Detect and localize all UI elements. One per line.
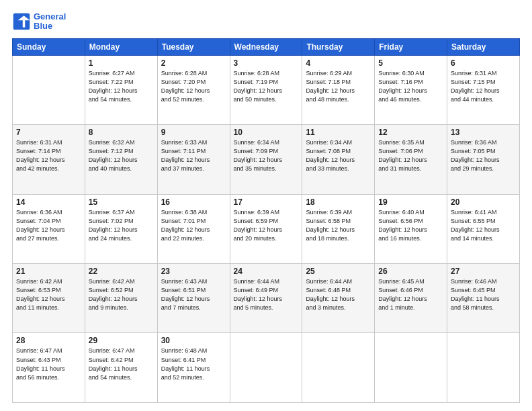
- day-number: 16: [161, 197, 226, 207]
- day-number: 26: [378, 267, 443, 276]
- calendar-cell: 16Sunrise: 6:38 AM Sunset: 7:01 PM Dayli…: [157, 194, 230, 263]
- day-info: Sunrise: 6:44 AM Sunset: 6:48 PM Dayligh…: [306, 277, 371, 312]
- calendar-cell: 15Sunrise: 6:37 AM Sunset: 7:02 PM Dayli…: [85, 194, 157, 263]
- calendar-day-header: Thursday: [302, 38, 375, 55]
- day-number: 25: [306, 267, 371, 276]
- day-number: 20: [451, 197, 516, 207]
- day-info: Sunrise: 6:27 AM Sunset: 7:22 PM Dayligh…: [89, 69, 154, 104]
- calendar-cell: [302, 333, 375, 403]
- day-number: 18: [306, 197, 371, 207]
- calendar-cell: 17Sunrise: 6:39 AM Sunset: 6:59 PM Dayli…: [230, 194, 302, 263]
- calendar-cell: 24Sunrise: 6:44 AM Sunset: 6:49 PM Dayli…: [230, 264, 302, 333]
- logo-text: General Blue: [34, 12, 66, 32]
- calendar-cell: 14Sunrise: 6:36 AM Sunset: 7:04 PM Dayli…: [13, 194, 85, 263]
- svg-rect-0: [13, 13, 30, 30]
- calendar-week-row: 14Sunrise: 6:36 AM Sunset: 7:04 PM Dayli…: [13, 194, 520, 263]
- day-number: 9: [161, 128, 226, 137]
- logo: General Blue: [12, 12, 66, 32]
- day-info: Sunrise: 6:31 AM Sunset: 7:14 PM Dayligh…: [16, 138, 81, 173]
- day-info: Sunrise: 6:48 AM Sunset: 6:41 PM Dayligh…: [161, 347, 226, 381]
- day-info: Sunrise: 6:32 AM Sunset: 7:12 PM Dayligh…: [89, 138, 154, 173]
- day-info: Sunrise: 6:42 AM Sunset: 6:53 PM Dayligh…: [16, 277, 81, 312]
- day-info: Sunrise: 6:29 AM Sunset: 7:18 PM Dayligh…: [306, 69, 371, 104]
- page: General Blue SundayMondayTuesdayWednesda…: [0, 0, 532, 411]
- day-info: Sunrise: 6:39 AM Sunset: 6:58 PM Dayligh…: [306, 208, 371, 243]
- day-info: Sunrise: 6:37 AM Sunset: 7:02 PM Dayligh…: [89, 208, 154, 243]
- calendar-cell: 28Sunrise: 6:47 AM Sunset: 6:43 PM Dayli…: [13, 333, 85, 403]
- day-number: 13: [451, 128, 516, 137]
- calendar-cell: 20Sunrise: 6:41 AM Sunset: 6:55 PM Dayli…: [447, 194, 520, 263]
- calendar-cell: [375, 333, 447, 403]
- calendar-cell: 29Sunrise: 6:47 AM Sunset: 6:42 PM Dayli…: [85, 333, 157, 403]
- day-number: 29: [89, 336, 154, 345]
- calendar-cell: [13, 55, 85, 124]
- calendar-cell: 25Sunrise: 6:44 AM Sunset: 6:48 PM Dayli…: [302, 264, 375, 333]
- calendar-cell: 23Sunrise: 6:43 AM Sunset: 6:51 PM Dayli…: [157, 264, 230, 333]
- calendar-cell: 6Sunrise: 6:31 AM Sunset: 7:15 PM Daylig…: [447, 55, 520, 124]
- day-info: Sunrise: 6:47 AM Sunset: 6:42 PM Dayligh…: [89, 347, 154, 381]
- day-number: 2: [161, 58, 226, 68]
- day-number: 21: [16, 267, 81, 276]
- day-info: Sunrise: 6:28 AM Sunset: 7:19 PM Dayligh…: [234, 69, 299, 104]
- day-info: Sunrise: 6:42 AM Sunset: 6:52 PM Dayligh…: [89, 277, 154, 312]
- day-number: 28: [16, 336, 81, 345]
- day-info: Sunrise: 6:34 AM Sunset: 7:09 PM Dayligh…: [234, 138, 299, 173]
- calendar-cell: [230, 333, 302, 403]
- calendar-week-row: 7Sunrise: 6:31 AM Sunset: 7:14 PM Daylig…: [13, 125, 520, 194]
- calendar-cell: 5Sunrise: 6:30 AM Sunset: 7:16 PM Daylig…: [375, 55, 447, 124]
- calendar-cell: 12Sunrise: 6:35 AM Sunset: 7:06 PM Dayli…: [375, 125, 447, 194]
- day-info: Sunrise: 6:40 AM Sunset: 6:56 PM Dayligh…: [378, 208, 443, 243]
- day-number: 3: [234, 58, 299, 68]
- day-info: Sunrise: 6:43 AM Sunset: 6:51 PM Dayligh…: [161, 277, 226, 312]
- calendar-cell: 2Sunrise: 6:28 AM Sunset: 7:20 PM Daylig…: [157, 55, 230, 124]
- calendar-day-header: Friday: [375, 38, 447, 55]
- calendar-cell: 18Sunrise: 6:39 AM Sunset: 6:58 PM Dayli…: [302, 194, 375, 263]
- calendar-cell: 30Sunrise: 6:48 AM Sunset: 6:41 PM Dayli…: [157, 333, 230, 403]
- day-number: 8: [89, 128, 154, 137]
- day-info: Sunrise: 6:45 AM Sunset: 6:46 PM Dayligh…: [378, 277, 443, 312]
- calendar-cell: 22Sunrise: 6:42 AM Sunset: 6:52 PM Dayli…: [85, 264, 157, 333]
- calendar-cell: 4Sunrise: 6:29 AM Sunset: 7:18 PM Daylig…: [302, 55, 375, 124]
- day-number: 5: [378, 58, 443, 68]
- calendar-table: SundayMondayTuesdayWednesdayThursdayFrid…: [12, 38, 520, 403]
- calendar-day-header: Wednesday: [230, 38, 302, 55]
- calendar-day-header: Tuesday: [157, 38, 230, 55]
- day-info: Sunrise: 6:46 AM Sunset: 6:45 PM Dayligh…: [451, 277, 516, 312]
- day-info: Sunrise: 6:38 AM Sunset: 7:01 PM Dayligh…: [161, 208, 226, 243]
- day-info: Sunrise: 6:36 AM Sunset: 7:04 PM Dayligh…: [16, 208, 81, 243]
- day-number: 12: [378, 128, 443, 137]
- day-number: 6: [451, 58, 516, 68]
- calendar-cell: 10Sunrise: 6:34 AM Sunset: 7:09 PM Dayli…: [230, 125, 302, 194]
- logo-icon: [12, 12, 31, 31]
- day-number: 17: [234, 197, 299, 207]
- calendar-cell: 11Sunrise: 6:34 AM Sunset: 7:08 PM Dayli…: [302, 125, 375, 194]
- header: General Blue: [12, 12, 520, 32]
- day-info: Sunrise: 6:41 AM Sunset: 6:55 PM Dayligh…: [451, 208, 516, 243]
- calendar-header-row: SundayMondayTuesdayWednesdayThursdayFrid…: [13, 38, 520, 55]
- calendar-cell: 9Sunrise: 6:33 AM Sunset: 7:11 PM Daylig…: [157, 125, 230, 194]
- day-number: 24: [234, 267, 299, 276]
- day-info: Sunrise: 6:31 AM Sunset: 7:15 PM Dayligh…: [451, 69, 516, 104]
- day-number: 4: [306, 58, 371, 68]
- day-info: Sunrise: 6:28 AM Sunset: 7:20 PM Dayligh…: [161, 69, 226, 104]
- calendar-cell: 3Sunrise: 6:28 AM Sunset: 7:19 PM Daylig…: [230, 55, 302, 124]
- day-info: Sunrise: 6:33 AM Sunset: 7:11 PM Dayligh…: [161, 138, 226, 173]
- calendar-cell: 26Sunrise: 6:45 AM Sunset: 6:46 PM Dayli…: [375, 264, 447, 333]
- calendar-cell: 21Sunrise: 6:42 AM Sunset: 6:53 PM Dayli…: [13, 264, 85, 333]
- calendar-week-row: 1Sunrise: 6:27 AM Sunset: 7:22 PM Daylig…: [13, 55, 520, 124]
- calendar-cell: 19Sunrise: 6:40 AM Sunset: 6:56 PM Dayli…: [375, 194, 447, 263]
- calendar-cell: 7Sunrise: 6:31 AM Sunset: 7:14 PM Daylig…: [13, 125, 85, 194]
- day-info: Sunrise: 6:44 AM Sunset: 6:49 PM Dayligh…: [234, 277, 299, 312]
- calendar-cell: [447, 333, 520, 403]
- day-info: Sunrise: 6:34 AM Sunset: 7:08 PM Dayligh…: [306, 138, 371, 173]
- day-number: 1: [89, 58, 154, 68]
- day-number: 19: [378, 197, 443, 207]
- calendar-week-row: 28Sunrise: 6:47 AM Sunset: 6:43 PM Dayli…: [13, 333, 520, 403]
- day-info: Sunrise: 6:35 AM Sunset: 7:06 PM Dayligh…: [378, 138, 443, 173]
- calendar-week-row: 21Sunrise: 6:42 AM Sunset: 6:53 PM Dayli…: [13, 264, 520, 333]
- day-info: Sunrise: 6:39 AM Sunset: 6:59 PM Dayligh…: [234, 208, 299, 243]
- calendar-cell: 1Sunrise: 6:27 AM Sunset: 7:22 PM Daylig…: [85, 55, 157, 124]
- day-number: 15: [89, 197, 154, 207]
- day-number: 10: [234, 128, 299, 137]
- calendar-cell: 8Sunrise: 6:32 AM Sunset: 7:12 PM Daylig…: [85, 125, 157, 194]
